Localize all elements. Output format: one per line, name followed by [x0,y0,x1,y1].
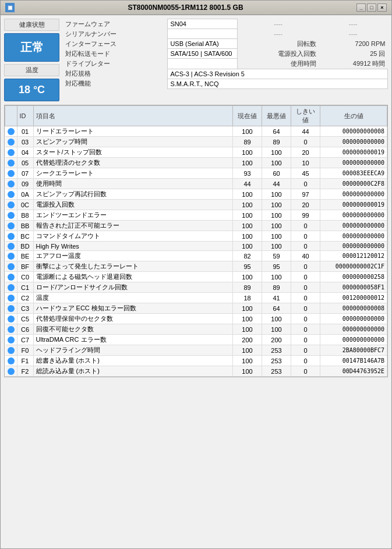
row-threshold: 97 [291,189,320,200]
interface-row: インターフェース USB (Serial ATA) 回転数 7200 RPM [63,39,388,49]
row-threshold: 0 [291,261,320,272]
status-dot-cell [5,272,17,282]
row-threshold: 0 [291,293,320,303]
status-dot [8,128,15,135]
power-label: 電源投入回数 [238,49,319,59]
row-raw: 000000000019 [320,147,387,158]
row-name: 回復不可能セクタ数 [33,324,233,335]
drive-row: ドライブレター 使用時間 49912 時間 [63,59,388,69]
status-dot-cell [5,168,17,179]
feature-value: S.M.A.R.T., NCQ [168,79,388,88]
col-raw: 生の値 [320,106,387,126]
row-threshold: 0 [291,221,320,231]
status-dot-cell [5,356,17,366]
row-current: 93 [233,168,262,179]
row-current: 100 [233,314,262,324]
row-worst: 64 [262,126,291,137]
maximize-button[interactable]: □ [367,3,376,12]
row-current: 200 [233,335,262,345]
table-row: C1 ロード/アンロードサイクル回数 89 89 0 0000000058F1 [5,282,387,293]
row-current: 100 [233,345,262,356]
dash4: ---- [319,29,388,39]
row-raw: 000083EEECA9 [320,168,387,179]
row-raw: 000000000000 [320,231,387,242]
status-dot-cell [5,189,17,200]
row-raw: 2BA80000BFC7 [320,345,387,356]
status-dot [8,191,15,198]
row-raw: 000000000000 [320,158,387,168]
row-current: 100 [233,324,262,335]
row-id: BE [17,251,33,261]
status-dot [8,357,15,364]
row-name: リードエラーレート [33,126,233,137]
row-id: BC [17,231,33,242]
app-icon: ▣ [5,3,15,12]
info-table: ファームウェア SN04 ---- ---- シリアルナンバー ---- ---… [63,19,388,89]
row-current: 18 [233,293,262,303]
row-raw: 00000000C2F8 [320,179,387,189]
status-dot-cell [5,251,17,261]
dash1: ---- [238,19,319,29]
row-id: C5 [17,314,33,324]
col-dot [5,106,17,126]
row-current: 100 [233,189,262,200]
minimize-button[interactable]: _ [356,3,366,12]
row-threshold: 40 [291,251,320,261]
status-dot [8,139,15,146]
spec-value: ACS-3 | ACS-3 Revision 5 [168,69,388,79]
row-worst: 100 [262,242,291,251]
title-bar: ▣ ST8000NM0055-1RM112 8001.5 GB _ □ × [1,1,391,15]
status-dot [8,160,15,167]
row-raw: 000000000000 [320,324,387,335]
row-raw: 000012120012 [320,251,387,261]
status-dot-cell [5,231,17,242]
row-current: 100 [233,126,262,137]
row-worst: 44 [262,179,291,189]
table-row: C0 電源断による磁気ヘッド退避回数 100 100 0 00000000025… [5,272,387,282]
title-buttons: _ □ × [356,3,387,12]
row-worst: 100 [262,189,291,200]
table-row: BE エアフロー温度 82 59 40 000012120012 [5,251,387,261]
close-button[interactable]: × [377,3,387,12]
row-worst: 95 [262,261,291,272]
row-raw: 00000000002C1F [320,261,387,272]
table-row: 07 シークエラーレート 93 60 45 000083EEECA9 [5,168,387,179]
table-row: BC コマンドタイムアウト 100 100 0 000000000000 [5,231,387,242]
row-worst: 100 [262,231,291,242]
row-current: 100 [233,147,262,158]
table-row: F2 総読み込み量 (ホスト) 100 253 0 00D44763952E [5,366,387,377]
status-dot-cell [5,158,17,168]
status-dot [8,170,15,177]
serial-label: シリアルナンバー [63,29,168,39]
feature-row: 対応機能 S.M.A.R.T., NCQ [63,79,388,88]
row-threshold: 0 [291,272,320,282]
row-id: C1 [17,282,33,293]
row-id: F0 [17,345,33,356]
col-threshold: しきい値 [291,106,320,126]
dash3: ---- [238,29,319,39]
rotation-label: 回転数 [238,39,319,49]
row-id: BF [17,261,33,272]
row-name: エンドツーエンドエラー [33,210,233,221]
status-dot [8,337,15,343]
transfer-value: SATA/150 | SATA/600 [168,49,238,59]
row-current: 100 [233,231,262,242]
row-name: 電源投入回数 [33,200,233,210]
row-name: 総読み込み量 (ホスト) [33,366,233,377]
row-threshold: 0 [291,231,320,242]
row-threshold: 20 [291,147,320,158]
status-dot [8,305,15,312]
row-worst: 60 [262,168,291,179]
row-name: UltraDMA CRC エラー数 [33,335,233,345]
health-status: 正常 [4,33,59,62]
status-dot-cell [5,282,17,293]
info-section: 健康状態 正常 温度 18 °C ファームウェア SN04 ---- ---- … [4,19,388,101]
table-row: B8 エンドツーエンドエラー 100 100 99 000000000000 [5,210,387,221]
status-dot [8,274,15,281]
serial-row: シリアルナンバー ---- ---- [63,29,388,39]
row-current: 82 [233,251,262,261]
row-id: F2 [17,366,33,377]
status-dot-cell [5,345,17,356]
status-dot-cell [5,261,17,272]
row-id: 07 [17,168,33,179]
